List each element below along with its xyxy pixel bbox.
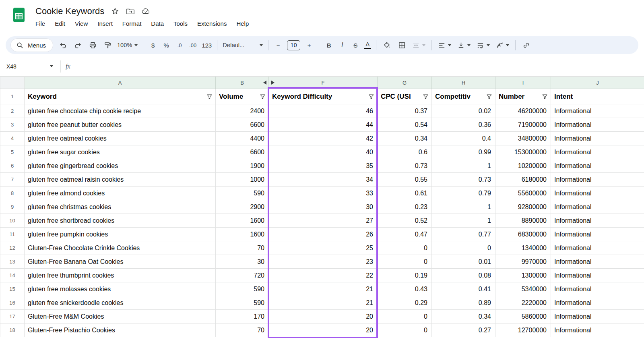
filter-icon[interactable] — [260, 93, 266, 100]
strikethrough-button[interactable]: S — [351, 42, 360, 49]
cell-volume[interactable]: 1000 — [216, 173, 269, 187]
cell-number[interactable]: 71900000 — [495, 118, 551, 132]
cell-keyword[interactable]: gluten free almond cookies — [25, 187, 216, 200]
cell-intent[interactable]: Informational — [551, 296, 644, 310]
text-color-button[interactable]: A — [364, 41, 371, 49]
cell-keyword[interactable]: gluten free snickerdoodle cookies — [25, 296, 216, 310]
cell-keyword[interactable]: Gluten-Free Banana Oat Cookies — [25, 255, 216, 269]
cell-number[interactable]: 10200000 — [495, 159, 551, 173]
row-number[interactable]: 11 — [0, 228, 25, 241]
row-number[interactable]: 3 — [0, 118, 25, 132]
cell-cpc[interactable]: 0.37 — [378, 104, 432, 118]
cell-competition[interactable]: 0.41 — [432, 282, 495, 296]
cell-competition[interactable]: 0 — [432, 241, 495, 255]
cell-volume[interactable]: 720 — [216, 269, 269, 282]
more-formats-button[interactable]: 123 — [202, 42, 212, 49]
menu-insert[interactable]: Insert — [93, 19, 117, 28]
italic-button[interactable]: I — [338, 41, 347, 49]
cell-number[interactable]: 8890000 — [495, 214, 551, 228]
cell-cpc[interactable]: 0.19 — [378, 269, 432, 282]
cell-keyword-difficulty[interactable]: 26 — [269, 228, 378, 241]
header-cell[interactable]: CPC (USI — [378, 89, 432, 104]
text-wrap-button[interactable] — [476, 40, 491, 50]
cell-keyword[interactable]: gluten free oatmeal raisin cookies — [25, 173, 216, 187]
vertical-align-button[interactable] — [456, 40, 471, 50]
cell-volume[interactable]: 70 — [216, 323, 269, 337]
fill-color-button[interactable] — [382, 40, 392, 50]
row-number[interactable]: 13 — [0, 255, 25, 269]
cell-competition[interactable]: 0.99 — [432, 145, 495, 159]
cell-keyword-difficulty[interactable]: 20 — [269, 310, 378, 323]
cell-number[interactable]: 68300000 — [495, 228, 551, 241]
menu-tools[interactable]: Tools — [169, 19, 192, 28]
cell-intent[interactable]: Informational — [551, 132, 644, 145]
header-cell[interactable]: Keyword Difficulty — [269, 89, 378, 104]
row-number[interactable]: 1 — [0, 89, 25, 104]
cell-keyword-difficulty[interactable]: 22 — [269, 269, 378, 282]
cell-intent[interactable]: Informational — [551, 104, 644, 118]
cell-intent[interactable]: Informational — [551, 173, 644, 187]
cell-competition[interactable]: 0.02 — [432, 104, 495, 118]
cell-keyword[interactable]: gluten free oatmeal cookies — [25, 132, 216, 145]
filter-icon[interactable] — [368, 93, 374, 100]
cell-volume[interactable]: 30 — [216, 255, 269, 269]
insert-link-button[interactable] — [521, 40, 531, 50]
cell-competition[interactable]: 0.77 — [432, 228, 495, 241]
decrease-decimals-button[interactable]: .0 — [175, 42, 184, 48]
decrease-font-size-button[interactable]: − — [274, 42, 283, 49]
select-all-corner[interactable] — [0, 77, 25, 89]
row-number[interactable]: 4 — [0, 132, 25, 145]
column-header-J[interactable]: J — [551, 77, 644, 89]
cell-intent[interactable]: Informational — [551, 255, 644, 269]
undo-button[interactable] — [58, 40, 68, 50]
cell-number[interactable]: 1340000 — [495, 241, 551, 255]
header-cell[interactable]: Volume — [216, 89, 269, 104]
cell-volume[interactable]: 590 — [216, 296, 269, 310]
cell-number[interactable]: 92800000 — [495, 200, 551, 214]
menus-search-button[interactable]: Menus — [10, 38, 53, 52]
menu-format[interactable]: Format — [118, 19, 146, 28]
cell-intent[interactable]: Informational — [551, 118, 644, 132]
row-number[interactable]: 17 — [0, 310, 25, 323]
row-number[interactable]: 9 — [0, 200, 25, 214]
column-header-I[interactable]: I — [495, 77, 551, 89]
cell-keyword-difficulty[interactable]: 33 — [269, 187, 378, 200]
cell-volume[interactable]: 2900 — [216, 200, 269, 214]
cell-volume[interactable]: 6600 — [216, 145, 269, 159]
cell-intent[interactable]: Informational — [551, 241, 644, 255]
filter-icon[interactable] — [486, 93, 492, 100]
cell-number[interactable]: 6180000 — [495, 173, 551, 187]
cell-keyword-difficulty[interactable]: 20 — [269, 323, 378, 337]
cell-volume[interactable]: 4400 — [216, 132, 269, 145]
cell-number[interactable]: 34800000 — [495, 132, 551, 145]
cell-keyword-difficulty[interactable]: 44 — [269, 118, 378, 132]
cell-intent[interactable]: Informational — [551, 323, 644, 337]
cell-competition[interactable]: 0.36 — [432, 118, 495, 132]
cell-keyword[interactable]: Gluten-Free Pistachio Cookies — [25, 323, 216, 337]
print-button[interactable] — [87, 40, 98, 50]
menu-view[interactable]: View — [71, 19, 92, 28]
cell-number[interactable]: 46200000 — [495, 104, 551, 118]
menu-data[interactable]: Data — [147, 19, 168, 28]
increase-font-size-button[interactable]: + — [305, 42, 314, 49]
filter-icon[interactable] — [542, 93, 548, 100]
cell-keyword-difficulty[interactable]: 21 — [269, 296, 378, 310]
redo-button[interactable] — [72, 40, 83, 50]
cell-intent[interactable]: Informational — [551, 310, 644, 323]
row-number[interactable]: 15 — [0, 282, 25, 296]
header-cell[interactable]: Intent — [551, 89, 644, 104]
header-cell[interactable]: Competitiv — [432, 89, 495, 104]
header-cell[interactable]: Number — [495, 89, 551, 104]
cell-keyword[interactable]: gluten free chocolate chip cookie recipe — [25, 104, 216, 118]
cell-cpc[interactable]: 0.73 — [378, 159, 432, 173]
cell-cpc[interactable]: 0.29 — [378, 296, 432, 310]
cell-cpc[interactable]: 0.61 — [378, 187, 432, 200]
cell-intent[interactable]: Informational — [551, 228, 644, 241]
cell-cpc[interactable]: 0.43 — [378, 282, 432, 296]
row-number[interactable]: 6 — [0, 159, 25, 173]
cell-competition[interactable]: 0.08 — [432, 269, 495, 282]
cell-volume[interactable]: 1600 — [216, 214, 269, 228]
cell-number[interactable]: 153000000 — [495, 145, 551, 159]
cell-volume[interactable]: 6600 — [216, 118, 269, 132]
show-hidden-columns-right-icon[interactable] — [271, 81, 275, 85]
